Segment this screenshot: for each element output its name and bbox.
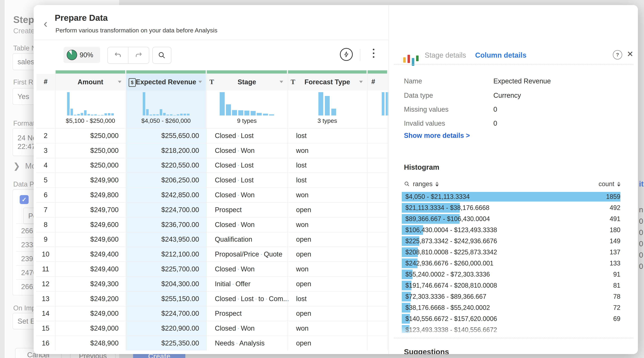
cell-forecast-type[interactable]: won xyxy=(288,321,367,336)
cell-stage[interactable]: Closed·Lost xyxy=(206,129,288,143)
search-button[interactable] xyxy=(152,47,172,64)
panel-help-icon[interactable]: ? xyxy=(613,50,622,60)
panel-close-icon[interactable]: ✕ xyxy=(627,50,634,58)
cell-row-number[interactable]: 4 xyxy=(36,158,55,173)
cell-row-number[interactable]: 7 xyxy=(36,203,55,217)
cell-forecast-type[interactable]: open xyxy=(288,247,367,261)
data-quality-indicator[interactable]: 90% xyxy=(64,47,100,63)
cell-amount[interactable]: $249,000 xyxy=(55,306,126,321)
chevron-down-icon[interactable] xyxy=(118,81,122,83)
cell-row-number[interactable]: 12 xyxy=(36,277,55,291)
cell-forecast-type[interactable]: open xyxy=(288,336,367,350)
transform-button[interactable] xyxy=(340,48,353,61)
undo-button[interactable] xyxy=(108,47,128,63)
range-row[interactable]: $140,556.6672 - $157,620.000669 xyxy=(389,314,638,324)
cell-forecast-type[interactable]: open xyxy=(288,306,367,321)
column-header-forecast_type[interactable]: TForecast Type xyxy=(288,74,367,90)
cell-forecast-type[interactable]: lost xyxy=(288,292,367,306)
range-row[interactable]: $89,366.667 - $106,430.0004491 xyxy=(389,214,638,224)
range-row[interactable]: $55,240.0002 - $72,303.333691 xyxy=(389,270,638,279)
cell-amount[interactable]: $249,200 xyxy=(55,292,126,306)
cell-stage[interactable]: Closed·Won xyxy=(206,321,288,336)
cell-forecast-type[interactable]: open xyxy=(288,277,367,291)
count-sort-header[interactable]: count xyxy=(550,179,620,189)
cell-forecast-type[interactable]: won xyxy=(288,217,367,232)
cell-row-number[interactable]: 15 xyxy=(36,321,55,336)
cell-amount[interactable]: $249,600 xyxy=(55,217,126,232)
column-header-amount[interactable]: Amount xyxy=(56,74,126,90)
chevron-down-icon[interactable] xyxy=(359,81,363,83)
column-histogram-stage[interactable]: 9 types xyxy=(206,90,287,128)
cell-forecast-type[interactable]: lost xyxy=(288,158,367,173)
cell-row-number[interactable]: 10 xyxy=(36,247,55,261)
cell-amount[interactable]: $249,400 xyxy=(55,247,126,261)
cell-amount[interactable]: $250,000 xyxy=(55,129,126,143)
cell-row-number[interactable]: 5 xyxy=(36,173,55,187)
cell-amount[interactable]: $248,900 xyxy=(55,336,126,350)
chevron-down-icon[interactable] xyxy=(280,81,283,83)
cell-stage[interactable]: Closed·Lost xyxy=(206,158,288,173)
cell-row-number[interactable]: 8 xyxy=(36,217,55,232)
show-more-details-link[interactable]: Show more details > xyxy=(404,132,470,139)
cell-row-number[interactable]: 14 xyxy=(36,306,55,321)
column-histogram-amount[interactable]: $5,100 - $250,000 xyxy=(56,90,126,128)
cell-forecast-type[interactable]: won xyxy=(288,143,367,158)
cell-amount[interactable]: $250,000 xyxy=(55,143,126,158)
column-histogram-forecast_type[interactable]: 3 types xyxy=(288,90,367,128)
cell-expected-revenue[interactable]: $212,100.00 xyxy=(126,247,206,261)
cell-expected-revenue[interactable]: $243,950.00 xyxy=(126,232,206,247)
cell-expected-revenue[interactable]: $204,300.00 xyxy=(126,277,206,291)
cell-expected-revenue[interactable]: $206,250.00 xyxy=(126,173,206,187)
cell-forecast-type[interactable]: open xyxy=(288,203,367,217)
cell-amount[interactable]: $250,000 xyxy=(55,158,126,173)
cell-amount[interactable]: $249,300 xyxy=(55,277,126,291)
cell-expected-revenue[interactable]: $224,700.00 xyxy=(126,306,206,321)
range-row[interactable]: $4,050 - $21,113.33341859 xyxy=(389,192,638,202)
cell-forecast-type[interactable]: won xyxy=(288,262,367,276)
cell-row-number[interactable]: 9 xyxy=(36,232,55,247)
cell-row-number[interactable]: 16 xyxy=(36,336,55,350)
more-options-toggle[interactable]: ❯ Mo xyxy=(13,161,36,171)
cell-expected-revenue[interactable]: $255,150.00 xyxy=(126,292,206,306)
cell-stage[interactable]: Proposal/Price·Quote xyxy=(206,247,288,261)
cell-stage[interactable]: Prospect xyxy=(206,203,288,217)
cell-stage[interactable]: Needs·Analysis xyxy=(206,336,288,350)
cell-expected-revenue[interactable]: $225,350.00 xyxy=(126,336,206,350)
cell-row-number[interactable]: 6 xyxy=(36,188,55,202)
cell-stage[interactable]: Closed·Won xyxy=(206,188,288,202)
range-row[interactable]: $72,303.3336 - $89,366.66778 xyxy=(389,292,638,301)
range-row[interactable]: $242,936.6676 - $260,000.001133 xyxy=(389,258,638,268)
cell-expected-revenue[interactable]: $255,650.00 xyxy=(126,129,206,143)
more-menu-button[interactable] xyxy=(373,49,374,58)
cell-row-number[interactable]: 11 xyxy=(36,262,55,276)
range-row[interactable]: $106,430.0004 - $123,493.3338180 xyxy=(389,225,638,235)
cell-stage[interactable]: Prospect xyxy=(206,306,288,321)
column-header-rownum[interactable]: # xyxy=(36,74,55,90)
cell-forecast-type[interactable]: won xyxy=(288,188,367,202)
ranges-sort-header[interactable]: ranges xyxy=(404,179,439,189)
cell-row-number[interactable]: 3 xyxy=(36,143,55,158)
cell-stage[interactable]: Initial·Offer xyxy=(206,277,288,291)
cell-expected-revenue[interactable]: $236,700.00 xyxy=(126,217,206,232)
back-button[interactable]: ‹ xyxy=(44,17,48,30)
cell-expected-revenue[interactable]: $220,900.00 xyxy=(126,321,206,336)
tab-column-details[interactable]: Column details xyxy=(475,51,526,59)
redo-button[interactable] xyxy=(128,47,149,63)
range-row[interactable]: $38,176.6668 - $55,240.000272 xyxy=(389,303,638,312)
column-header-stage[interactable]: TStage xyxy=(206,74,287,90)
cell-forecast-type[interactable]: lost xyxy=(288,173,367,187)
include-column-checkbox[interactable]: ✓ xyxy=(20,195,28,204)
cell-amount[interactable]: $249,400 xyxy=(55,262,126,276)
cell-forecast-type[interactable]: open xyxy=(288,232,367,247)
cell-amount[interactable]: $249,600 xyxy=(55,232,126,247)
cell-stage[interactable]: Qualification xyxy=(206,232,288,247)
range-row[interactable]: $208,810.0008 - $225,873.3342137 xyxy=(389,247,638,257)
cell-amount[interactable]: $249,900 xyxy=(55,173,126,187)
column-histogram-expected_revenue[interactable]: $4,050 - $260,000 xyxy=(126,90,206,128)
column-header-expected_revenue[interactable]: $Expected Revenue xyxy=(126,74,206,90)
range-row[interactable]: $225,873.3342 - $242,936.6676149 xyxy=(389,236,638,246)
cell-row-number[interactable]: 13 xyxy=(36,292,55,306)
column-histogram-partial[interactable] xyxy=(368,90,387,128)
cell-stage[interactable]: Closed·Lost·to·Com... xyxy=(206,292,288,306)
column-header-partial[interactable]: # xyxy=(368,74,387,90)
